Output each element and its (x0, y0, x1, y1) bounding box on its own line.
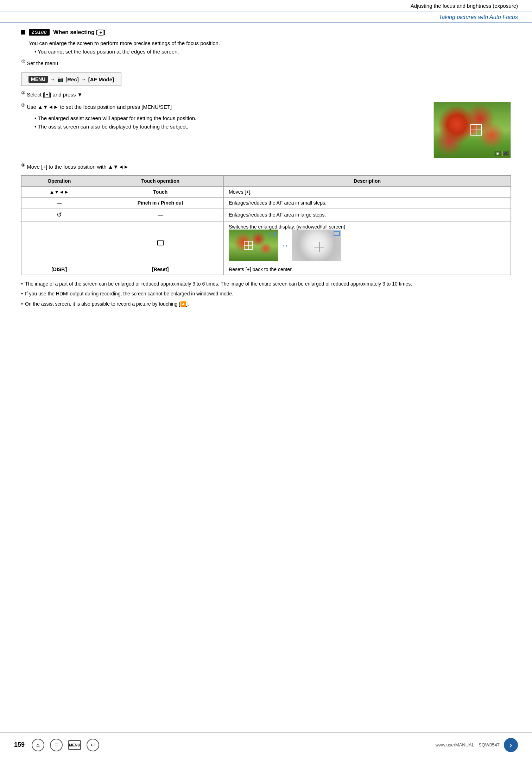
table-row: — Pinch in / Pinch out Enlarges/reduces … (21, 198, 511, 208)
step-3-content: ③ Use ▲▼◄► to set the focus position and… (21, 102, 426, 133)
preview-icon-window: ▣ (494, 151, 501, 156)
zs100-badge: ZS100 (29, 29, 50, 36)
list-button[interactable]: ≡ (50, 739, 63, 751)
step-4: ④ Move [+] to the focus position with ▲▼… (21, 162, 511, 171)
step-3-bullets: • The enlarged assist screen will appear… (29, 114, 426, 131)
rotate-icon: ↺ (57, 211, 62, 219)
touch-touch: Touch (97, 187, 224, 198)
fullscreen-img2 (292, 230, 341, 261)
section-heading: ZS100 When selecting [+] (21, 29, 511, 36)
page-footer: 159 ⌂ ≡ MENU ↩ www.userMANUAL SQW0547 › (0, 732, 532, 757)
step-2-number: ② (21, 90, 25, 95)
step-1-number: ① (21, 59, 25, 64)
note-2: • If you use the HDMI output during reco… (21, 290, 511, 298)
switch-arrow-icon: ↔ (281, 242, 289, 250)
col-operation: Operation (21, 176, 97, 187)
note-2-text: If you use the HDMI output during record… (25, 290, 233, 298)
note-bullet-3: • (21, 300, 23, 308)
note-1: • The image of a part of the screen can … (21, 280, 511, 288)
list-icon: ≡ (55, 742, 58, 748)
rec-camera-icon: 📷 (57, 76, 63, 82)
camera-preview-image: ▣ ⬛ (433, 102, 511, 158)
preview-icon-record: ⬛ (502, 151, 509, 156)
section-title: Taking pictures with Auto Focus (439, 14, 518, 20)
menu-path-box: MENU → 📷 [Rec] → [AF Mode] (21, 73, 121, 86)
windowed-text: Switches the enlarged display. (windowed… (229, 224, 506, 230)
touch-reset: [Reset] (97, 264, 224, 275)
menu-label: MENU (69, 743, 80, 747)
table-row: ▲▼◄► Touch Moves [+]. (21, 187, 511, 198)
menu-button-label: MENU (28, 76, 48, 83)
back-icon: ↩ (91, 742, 95, 748)
note-3-text: On the assist screen, it is also possibl… (25, 300, 189, 308)
op-dash-4: — (21, 221, 97, 264)
product-code: SQW0547 (479, 742, 500, 747)
af-crosshair-icon (470, 124, 482, 136)
note-3: • On the assist screen, it is also possi… (21, 300, 511, 308)
page-header: Adjusting the focus and brightness (expo… (0, 0, 532, 12)
col-touch: Touch operation (97, 176, 224, 187)
step-2: ② Select [+] and press ▼ (21, 89, 511, 99)
step3-bullet-2: • The assist screen can also be displaye… (34, 123, 426, 131)
desc-rotate: Enlarges/reduces the AF area in large st… (224, 208, 511, 221)
op-dash-2: — (21, 198, 97, 208)
heading-text: When selecting [+] (53, 29, 105, 36)
header-title: Adjusting the focus and brightness (expo… (411, 3, 518, 9)
table-row: [DISP.] [Reset] Resets [+] back to the c… (21, 264, 511, 275)
table-row: ↺ — Enlarges/reduces the AF area in larg… (21, 208, 511, 221)
op-rotate: ↺ (21, 208, 97, 221)
footer-right-area: www.userMANUAL SQW0547 › (435, 738, 518, 752)
crosshair-overlay-1 (244, 241, 253, 250)
step-3-number: ③ (21, 102, 25, 108)
step-4-number: ④ (21, 162, 25, 168)
bullet-1: • You cannot set the focus position at t… (34, 48, 511, 56)
note-1-text: The image of a part of the screen can be… (25, 280, 412, 288)
footer-nav-icons: ⌂ ≡ MENU ↩ (32, 739, 99, 751)
note-bullet-2: • (21, 290, 23, 298)
back-button[interactable]: ↩ (87, 739, 99, 751)
touch-dash-3: — (97, 208, 224, 221)
op-arrows: ▲▼◄► (21, 187, 97, 198)
table-header-row: Operation Touch operation Description (21, 176, 511, 187)
operation-table: Operation Touch operation Description ▲▼… (21, 175, 511, 275)
windowed-images: ↔ (229, 230, 506, 261)
notes-section: • The image of a part of the screen can … (21, 280, 511, 308)
window-icon (157, 240, 164, 245)
touch-box (97, 221, 224, 264)
main-content: ZS100 When selecting [+] You can enlarge… (0, 29, 532, 324)
table-row: — Switches the enlarged display. (window… (21, 221, 511, 264)
window-box-overlay (269, 232, 276, 237)
menu-button[interactable]: MENU (68, 740, 81, 750)
desc-reset: Resets [+] back to the center. (224, 264, 511, 275)
preview-frame: ▣ ⬛ (433, 102, 511, 158)
touch-pinch: Pinch in / Pinch out (97, 198, 224, 208)
home-button[interactable]: ⌂ (32, 739, 44, 751)
desc-pinch: Enlarges/reduces the AF area in small st… (224, 198, 511, 208)
step-1: ① Set the menu (21, 58, 511, 68)
step-3-row: ③ Use ▲▼◄► to set the focus position and… (21, 102, 511, 158)
note-bullet-1: • (21, 280, 23, 288)
window-box-overlay-2 (334, 231, 340, 236)
preview-mode-icons: ▣ ⬛ (494, 151, 509, 156)
section-title-bar: Taking pictures with Auto Focus (0, 12, 532, 23)
home-icon: ⌂ (36, 742, 40, 748)
step3-bullet-1: • The enlarged assist screen will appear… (34, 114, 426, 123)
crosshair-overlay-2 (314, 242, 324, 252)
black-square-icon (21, 30, 25, 35)
step-3: ③ Use ▲▼◄► to set the focus position and… (21, 102, 426, 111)
windowed-img1 (229, 230, 278, 261)
op-disp: [DISP.] (21, 264, 97, 275)
desc-moves: Moves [+]. (224, 187, 511, 198)
website-text: www.userMANUAL (435, 742, 474, 747)
col-description: Description (224, 176, 511, 187)
intro-text: You can enlarge the screen to perform mo… (29, 39, 511, 56)
desc-windowed: Switches the enlarged display. (windowed… (224, 221, 511, 264)
next-page-button[interactable]: › (504, 738, 518, 752)
page-number: 159 (14, 741, 25, 749)
